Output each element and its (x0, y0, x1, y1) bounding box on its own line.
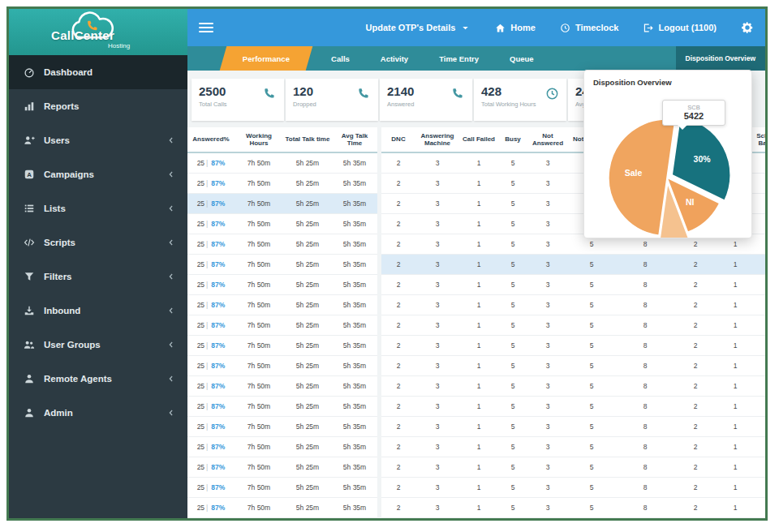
value-cell (755, 255, 765, 274)
table-row[interactable]: 25|87%7h 50m5h 25m5h 35m (187, 275, 377, 295)
table-row[interactable]: 25|87%7h 50m5h 25m5h 35m (187, 255, 377, 275)
table-row[interactable]: 25|87%7h 50m5h 25m5h 35m (187, 376, 377, 397)
table-row[interactable]: 25|87%7h 50m5h 25m5h 35m (187, 397, 377, 417)
sidebar-item-campaigns[interactable]: ACampaigns (9, 157, 187, 191)
value-cell: 5 (498, 397, 527, 416)
stat-card-total-calls: 2500Total Calls (192, 79, 284, 121)
value-cell: 2 (381, 315, 415, 335)
pie-slice-label: NI (686, 197, 695, 207)
total-talk-cell: 5h 25m (283, 295, 332, 315)
sidebar-item-label: Inbound (44, 306, 166, 315)
sidebar-item-lists[interactable]: Lists (9, 191, 187, 225)
pie-tooltip-label: SCB (663, 104, 725, 111)
table-row[interactable]: 231535821 (381, 356, 765, 376)
table-row[interactable]: 231535821 (381, 437, 765, 457)
table-row[interactable]: 231535821 (381, 397, 765, 417)
table-row[interactable]: 231535821 (381, 275, 765, 295)
table-row[interactable]: 25|87%7h 50m5h 25m5h 35m (187, 498, 377, 518)
table-row[interactable]: 231535821 (381, 336, 765, 356)
pie-tooltip-value: 5422 (663, 111, 725, 121)
table-row[interactable]: 25|87%7h 50m5h 25m5h 35m (187, 153, 377, 174)
nav-logout-link[interactable]: Logout (1100) (643, 23, 717, 33)
value-cell: 1 (459, 457, 498, 477)
sidebar-item-inbound[interactable]: Inbound (9, 294, 187, 328)
tab-calls[interactable]: Calls (316, 46, 365, 71)
table-row[interactable]: 25|87%7h 50m5h 25m5h 35m (187, 295, 377, 315)
avg-talk-cell: 5h 35m (332, 356, 377, 375)
value-cell (755, 234, 765, 254)
table-row[interactable]: 25|87%7h 50m5h 25m5h 35m (187, 234, 377, 255)
column-header: Working Hours (235, 127, 283, 152)
table-row[interactable]: 25|87%7h 50m5h 25m5h 35m (187, 174, 377, 194)
pie-slice-label: Sale (625, 168, 643, 178)
list-icon (24, 203, 35, 214)
table-row[interactable]: 231535821 (381, 315, 765, 336)
table-row[interactable]: 231535821 (381, 417, 765, 437)
campaign-a-icon: A (24, 169, 35, 180)
table-row[interactable]: 25|87%7h 50m5h 25m5h 35m (187, 437, 377, 457)
tab-bar: PerformanceCallsActivityTime EntryQueue … (187, 46, 765, 71)
tab-activity[interactable]: Activity (365, 46, 424, 71)
chevron-left-icon (166, 272, 176, 281)
tab-time-entry[interactable]: Time Entry (424, 46, 494, 71)
value-cell: 1 (716, 376, 755, 396)
sidebar-item-user-groups[interactable]: User Groups (9, 328, 187, 362)
sidebar-item-scripts[interactable]: Scripts (9, 225, 187, 260)
table-row[interactable]: 25|87%7h 50m5h 25m5h 35m (187, 336, 377, 356)
working-hours-cell: 7h 50m (235, 234, 283, 254)
value-cell: 8 (615, 457, 675, 477)
table-row[interactable]: 231535821 (381, 457, 765, 478)
nav-home-link[interactable]: Home (495, 23, 536, 33)
table-row[interactable]: 25|87%7h 50m5h 25m5h 35m (187, 315, 377, 336)
tab-queue[interactable]: Queue (494, 46, 549, 71)
popover-title: Disposition Overview (584, 71, 751, 87)
value-cell: 1 (716, 417, 755, 436)
hamburger-menu-icon[interactable] (199, 20, 213, 35)
sidebar-nav: DashboardReportsUsersACampaignsListsScri… (9, 55, 187, 430)
value-cell: 3 (527, 315, 568, 335)
value-cell: 5 (568, 498, 615, 517)
total-talk-cell: 5h 25m (283, 478, 332, 497)
table-row[interactable]: 25|87%7h 50m5h 25m5h 35m (187, 214, 377, 234)
table-row[interactable]: 25|87%7h 50m5h 25m5h 35m (187, 194, 377, 214)
value-cell: 5 (498, 234, 527, 254)
tab-disposition-overview[interactable]: Disposition Overview (676, 46, 765, 71)
working-hours-cell: 7h 50m (235, 478, 283, 497)
table-row[interactable]: 231535821 (381, 255, 765, 275)
table-row[interactable]: 231535821 (381, 376, 765, 397)
brand-logo[interactable]: CallCenter Hosting (9, 9, 187, 55)
table-row[interactable]: 231535821 (381, 295, 765, 315)
total-talk-cell: 5h 25m (283, 417, 332, 436)
home-icon (495, 23, 506, 33)
nav-timeclock-link[interactable]: Timeclock (560, 23, 619, 33)
avg-talk-cell: 5h 35m (332, 336, 377, 355)
value-cell: 5 (498, 376, 527, 396)
value-cell: 1 (459, 174, 498, 193)
settings-cog-button[interactable] (741, 21, 754, 34)
working-hours-cell: 7h 50m (235, 295, 283, 315)
table-row[interactable]: 25|87%7h 50m5h 25m5h 35m (187, 457, 377, 478)
otp-details-dropdown[interactable]: Update OTP's Details (366, 23, 471, 33)
table-row[interactable]: 231535821 (381, 498, 765, 518)
value-cell: 2 (381, 214, 415, 234)
value-cell: 8 (615, 255, 675, 274)
chevron-left-icon (166, 306, 176, 315)
sidebar-item-users[interactable]: Users (9, 123, 187, 157)
table-row[interactable]: 25|87%7h 50m5h 25m5h 35m (187, 356, 377, 376)
sidebar-item-reports[interactable]: Reports (9, 89, 187, 123)
table-row[interactable]: 25|87%7h 50m5h 25m5h 35m (187, 417, 377, 437)
value-cell: 5 (498, 295, 527, 315)
column-header: Call Failed (459, 127, 498, 152)
table-row[interactable]: 25|87%7h 50m5h 25m5h 35m (187, 478, 377, 498)
column-header: Total Talk time (283, 127, 332, 152)
value-cell: 3 (527, 437, 568, 457)
table-row[interactable]: 231535821 (381, 478, 765, 498)
value-cell: 5 (568, 478, 615, 497)
value-cell: 1 (459, 336, 498, 355)
tab-performance[interactable]: Performance (220, 46, 313, 71)
sidebar-item-admin[interactable]: Admin (9, 396, 187, 430)
value-cell: 2 (675, 397, 716, 416)
sidebar-item-remote-agents[interactable]: Remote Agents (9, 362, 187, 396)
sidebar-item-dashboard[interactable]: Dashboard (9, 55, 187, 89)
sidebar-item-filters[interactable]: Filters (9, 260, 187, 294)
